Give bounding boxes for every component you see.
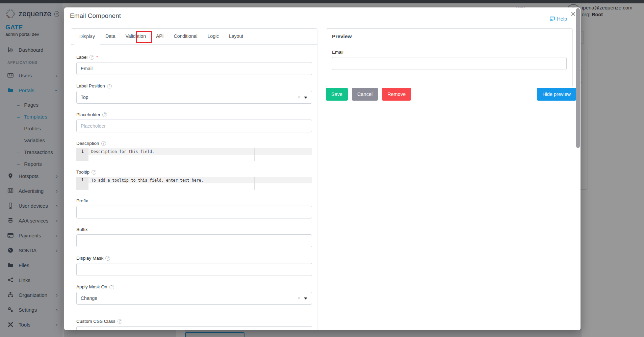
field-label: Prefix — [76, 198, 312, 203]
editor-code-text: Description for this field. — [91, 149, 154, 154]
field-label: Custom CSS Class ? — [76, 319, 312, 324]
help-circle-icon[interactable]: ? — [92, 170, 96, 175]
preview-email-input[interactable] — [332, 57, 567, 70]
preview-card: Preview Email — [326, 28, 573, 87]
help-circle-icon[interactable]: ? — [101, 141, 106, 146]
modal-scrollbar-thumb[interactable] — [576, 8, 580, 148]
modal-actions: Save Cancel Remove — [326, 88, 411, 101]
description-code-editor[interactable]: 1 Description for this field. — [76, 148, 312, 161]
tab-validation[interactable]: Validation — [120, 29, 151, 44]
help-label: Help — [557, 16, 567, 22]
label-input[interactable] — [76, 62, 312, 75]
label-text: Email — [332, 50, 343, 55]
selected-value: Top — [81, 95, 88, 100]
tab-api[interactable]: API — [151, 29, 169, 44]
prefix-field-group: Prefix — [76, 198, 312, 218]
suffix-input[interactable] — [76, 234, 312, 247]
editor-code-text: To add a tooltip to this field, enter te… — [91, 178, 203, 183]
field-label: Placeholder ? — [76, 112, 312, 117]
help-circle-icon[interactable]: ? — [118, 319, 122, 324]
field-label: Label ? * — [76, 55, 312, 60]
editor-print-margin — [254, 177, 255, 190]
remove-button[interactable]: Remove — [382, 88, 411, 101]
label-field-group: Label ? * — [76, 55, 312, 75]
display-mask-input[interactable] — [76, 263, 312, 276]
preview-field-label: Email — [332, 50, 567, 55]
label-text: Suffix — [76, 227, 88, 232]
field-label: Display Mask ? — [76, 256, 312, 261]
preview-title: Preview — [326, 29, 572, 44]
tab-conditional[interactable]: Conditional — [169, 29, 203, 44]
tooltip-field-group: Tooltip ? 1 To add a tooltip to this fie… — [76, 170, 312, 190]
label-position-select[interactable]: Top × — [76, 91, 312, 104]
help-circle-icon[interactable]: ? — [89, 55, 94, 60]
email-component-modal: Email Component × Help Display Data Vali… — [64, 7, 581, 330]
suffix-field-group: Suffix — [76, 227, 312, 247]
apply-mask-on-field-group: Apply Mask On ? Change × — [76, 284, 312, 305]
label-text: Apply Mask On — [76, 284, 107, 289]
hide-preview-button[interactable]: Hide preview — [537, 88, 576, 101]
label-text: Tooltip — [76, 170, 89, 175]
tab-logic[interactable]: Logic — [203, 29, 224, 44]
tooltip-code-editor[interactable]: 1 To add a tooltip to this field, enter … — [76, 177, 312, 190]
tab-data[interactable]: Data — [100, 29, 121, 44]
label-text: Description — [76, 141, 99, 146]
prefix-input[interactable] — [76, 206, 312, 218]
close-icon[interactable]: × — [571, 9, 576, 18]
clear-selection-icon[interactable]: × — [298, 295, 300, 301]
display-mask-field-group: Display Mask ? — [76, 256, 312, 276]
label-text: Display Mask — [76, 256, 103, 261]
help-circle-icon[interactable]: ? — [105, 256, 110, 261]
field-label: Tooltip ? — [76, 170, 312, 175]
editor-print-margin — [254, 148, 255, 161]
field-label: Apply Mask On ? — [76, 284, 312, 289]
help-circle-icon[interactable]: ? — [109, 285, 114, 289]
custom-css-class-input[interactable] — [76, 326, 312, 330]
display-tab-content: Label ? * Label Position ? Top × — [71, 45, 317, 330]
label-text: Label — [76, 55, 87, 60]
help-circle-icon[interactable]: ? — [102, 112, 107, 117]
label-position-field-group: Label Position ? Top × — [76, 83, 312, 104]
label-text: Custom CSS Class — [76, 319, 115, 324]
field-label: Suffix — [76, 227, 312, 232]
placeholder-field-group: Placeholder ? — [76, 112, 312, 132]
help-circle-icon[interactable]: ? — [107, 84, 112, 88]
tab-bar: Display Data Validation API Conditional … — [71, 29, 317, 45]
modal-title: Email Component — [70, 12, 121, 20]
clear-selection-icon[interactable]: × — [298, 95, 300, 100]
tab-layout[interactable]: Layout — [224, 29, 248, 44]
help-card-icon — [550, 17, 555, 21]
component-settings-card: Display Data Validation API Conditional … — [71, 28, 317, 330]
required-asterisk: * — [96, 55, 98, 60]
dropdown-caret-icon — [304, 97, 307, 99]
editor-gutter: 1 — [76, 177, 88, 190]
tab-display[interactable]: Display — [74, 29, 100, 45]
preview-body: Email — [326, 44, 572, 75]
apply-mask-on-select[interactable]: Change × — [76, 292, 312, 305]
label-text: Label Position — [76, 83, 105, 88]
save-button[interactable]: Save — [326, 88, 348, 101]
app-root: zequenze GATE admin portal dev Dashboard… — [0, 0, 644, 337]
label-text: Prefix — [76, 198, 88, 203]
dropdown-caret-icon — [304, 297, 307, 300]
cancel-button[interactable]: Cancel — [352, 88, 378, 101]
editor-gutter: 1 — [76, 148, 88, 161]
field-label: Description ? — [76, 141, 312, 146]
placeholder-input[interactable] — [76, 120, 312, 132]
field-label: Label Position ? — [76, 83, 312, 88]
help-link[interactable]: Help — [550, 16, 567, 22]
label-text: Placeholder — [76, 112, 100, 117]
custom-css-class-field-group: Custom CSS Class ? — [76, 319, 312, 330]
description-field-group: Description ? 1 Description for this fie… — [76, 141, 312, 161]
selected-value: Change — [81, 295, 97, 301]
